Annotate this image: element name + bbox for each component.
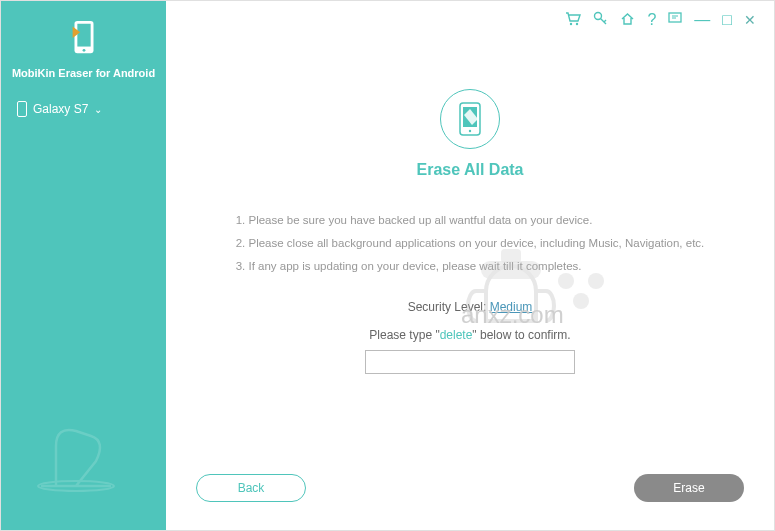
svg-point-2 xyxy=(82,49,85,52)
erase-hero-icon xyxy=(440,89,500,149)
logo-area: MobiKin Eraser for Android xyxy=(1,1,166,87)
feedback-icon[interactable] xyxy=(668,12,682,28)
key-icon[interactable] xyxy=(593,11,608,29)
page-title: Erase All Data xyxy=(416,161,523,179)
close-icon[interactable]: ✕ xyxy=(744,13,756,27)
instruction-line-2: 2. Please close all background applicati… xyxy=(236,232,705,255)
footer: Back Erase xyxy=(166,474,774,530)
instruction-line-3: 3. If any app is updating on your device… xyxy=(236,255,705,278)
svg-point-4 xyxy=(570,22,572,24)
svg-point-5 xyxy=(576,22,578,24)
type-confirm-row: Please type "delete" below to confirm. xyxy=(369,328,570,342)
home-icon[interactable] xyxy=(620,12,635,29)
svg-rect-1 xyxy=(77,24,90,47)
sidebar-decoration-icon xyxy=(21,386,131,500)
svg-point-6 xyxy=(595,13,602,20)
app-name: MobiKin Eraser for Android xyxy=(1,67,166,79)
confirm-input[interactable] xyxy=(365,350,575,374)
content-area: Erase All Data 1. Please be sure you hav… xyxy=(166,39,774,474)
sidebar: MobiKin Eraser for Android Galaxy S7 ⌄ xyxy=(1,1,166,530)
app-window: MobiKin Eraser for Android Galaxy S7 ⌄ ?… xyxy=(0,0,775,531)
instructions: 1. Please be sure you have backed up all… xyxy=(236,209,705,278)
type-keyword: delete xyxy=(440,328,473,342)
security-level-link[interactable]: Medium xyxy=(490,300,533,314)
back-button[interactable]: Back xyxy=(196,474,306,502)
svg-point-10 xyxy=(469,130,471,132)
help-icon[interactable]: ? xyxy=(647,12,656,28)
chevron-down-icon: ⌄ xyxy=(94,104,102,115)
type-prefix: Please type " xyxy=(369,328,439,342)
maximize-icon[interactable]: □ xyxy=(722,12,732,28)
cart-icon[interactable] xyxy=(565,12,581,29)
titlebar: ? — □ ✕ xyxy=(166,1,774,39)
security-label: Security Level: xyxy=(408,300,487,314)
app-logo-icon xyxy=(68,19,100,57)
main-panel: ? — □ ✕ Erase All Data 1. Please be sure… xyxy=(166,1,774,530)
minimize-icon[interactable]: — xyxy=(694,12,710,28)
erase-button[interactable]: Erase xyxy=(634,474,744,502)
device-selector[interactable]: Galaxy S7 ⌄ xyxy=(1,87,166,131)
device-label: Galaxy S7 xyxy=(33,102,88,116)
security-level-row: Security Level: Medium xyxy=(408,300,533,314)
type-suffix: " below to confirm. xyxy=(472,328,570,342)
phone-icon xyxy=(17,101,27,117)
instruction-line-1: 1. Please be sure you have backed up all… xyxy=(236,209,705,232)
